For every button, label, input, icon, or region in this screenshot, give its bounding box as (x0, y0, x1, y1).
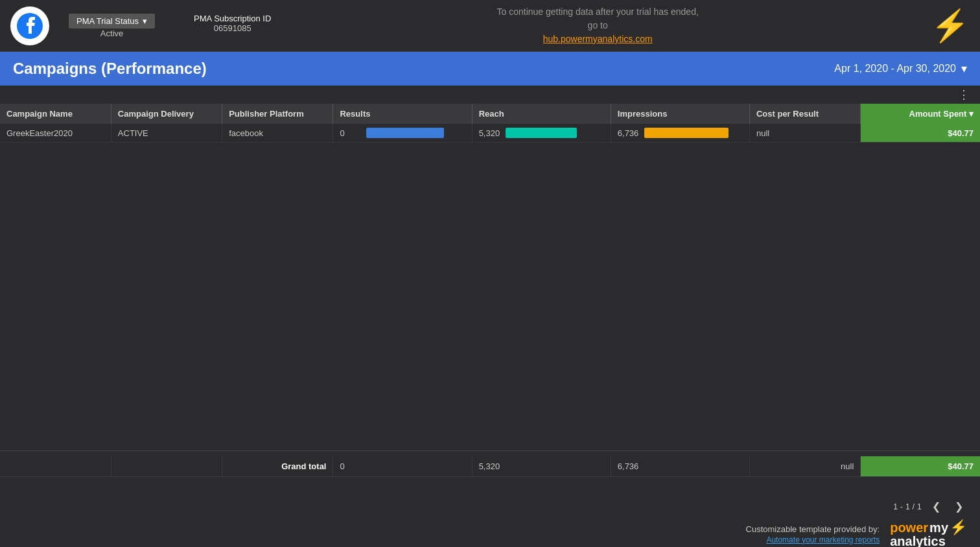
col-header-impressions: Impressions (611, 104, 749, 124)
reach-cell: 5,320 (472, 124, 611, 143)
pagination-row: 1 - 1 / 1 ❮ ❯ (0, 495, 980, 518)
more-options-button[interactable]: ⋮ (958, 87, 970, 102)
footer: 1 - 1 / 1 ❮ ❯ Customizable template prov… (0, 495, 980, 547)
page-title: Campaigns (Performance) (13, 60, 834, 78)
impressions-value: 6,736 (618, 128, 640, 138)
branding-text: Customizable template provided by: (746, 524, 880, 534)
logo-my: my (929, 521, 948, 534)
grand-total-empty-2 (111, 456, 222, 477)
results-value: 0 (340, 128, 362, 138)
subscription-id-label: PMA Subscription ID (194, 14, 271, 23)
trial-status-col: PMA Trial Status ▾ Active (69, 14, 155, 38)
title-bar: Campaigns (Performance) Apr 1, 2020 - Ap… (0, 52, 980, 86)
grand-total-impressions: 6,736 (611, 456, 749, 477)
date-range[interactable]: Apr 1, 2020 - Apr 30, 2020 ▾ (834, 62, 967, 76)
pagination-next-button[interactable]: ❯ (951, 499, 967, 514)
date-range-arrow: ▾ (961, 62, 967, 76)
grand-total-amount: $40.77 (861, 456, 980, 477)
cost-per-result: null (749, 124, 860, 143)
powermyanalytics-logo: power my ⚡ analytics (890, 520, 967, 547)
header: PMA Trial Status ▾ Active PMA Subscripti… (0, 0, 980, 52)
reach-value: 5,320 (479, 128, 502, 138)
col-header-campaign-delivery: Campaign Delivery (111, 104, 222, 124)
branding-row: Customizable template provided by: Autom… (0, 518, 980, 547)
grand-total-reach: 5,320 (472, 456, 611, 477)
trial-status-label: PMA Trial Status (76, 16, 139, 26)
col-header-cost-per-result: Cost per Result (749, 104, 860, 124)
impressions-cell: 6,736 (611, 124, 749, 143)
results-cell: 0 (333, 124, 472, 143)
logo-lightning: ⚡ (950, 520, 967, 535)
notice-text: To continue getting data after your tria… (497, 6, 699, 30)
header-notice: To continue getting data after your tria… (491, 5, 705, 46)
publisher-platform: facebook (222, 124, 333, 143)
automate-link[interactable]: Automate your marketing reports (766, 535, 880, 544)
col-header-results: Results (333, 104, 472, 124)
logo-power: power (890, 521, 928, 534)
grand-total-label: Grand total (222, 456, 333, 477)
grand-total-empty-1 (0, 456, 111, 477)
table-header-row: Campaign Name Campaign Delivery Publishe… (0, 104, 980, 124)
pagination-info: 1 - 1 / 1 (893, 502, 922, 511)
col-header-campaign-name: Campaign Name (0, 104, 111, 124)
campaign-name: GreekEaster2020 (0, 124, 111, 143)
results-bar (366, 128, 444, 138)
subscription-id-col: PMA Subscription ID 06591085 (194, 14, 271, 33)
subscription-id-value: 06591085 (214, 23, 251, 33)
impressions-bar (644, 128, 729, 138)
table-row: GreekEaster2020 ACTIVE facebook 0 5,320 (0, 124, 980, 143)
campaigns-table: Campaign Name Campaign Delivery Publishe… (0, 104, 980, 143)
logo-analytics: analytics (890, 535, 946, 547)
facebook-logo (10, 6, 49, 45)
grand-total-row: Grand total 0 5,320 6,736 null $40.77 (0, 450, 980, 482)
header-center: PMA Trial Status ▾ Active PMA Subscripti… (62, 14, 277, 38)
trial-status-arrow: ▾ (143, 16, 147, 26)
grand-total-cost: null (749, 456, 860, 477)
campaign-delivery: ACTIVE (111, 124, 222, 143)
col-header-amount-spent[interactable]: Amount Spent ▾ (861, 104, 980, 124)
col-header-reach: Reach (472, 104, 611, 124)
col-header-publisher-platform: Publisher Platform (222, 104, 333, 124)
grand-total-results: 0 (333, 456, 472, 477)
date-range-text: Apr 1, 2020 - Apr 30, 2020 (834, 63, 956, 75)
pagination-prev-button[interactable]: ❮ (928, 499, 944, 514)
notice-link[interactable]: hub.powermyanalytics.com (543, 34, 653, 44)
amount-spent: $40.77 (861, 124, 980, 143)
reach-bar (506, 128, 577, 138)
toolbar-row: ⋮ (0, 86, 980, 104)
lightning-icon: ⚡ (931, 8, 970, 44)
trial-status-value: Active (100, 29, 123, 38)
trial-status-button[interactable]: PMA Trial Status ▾ (69, 14, 155, 29)
